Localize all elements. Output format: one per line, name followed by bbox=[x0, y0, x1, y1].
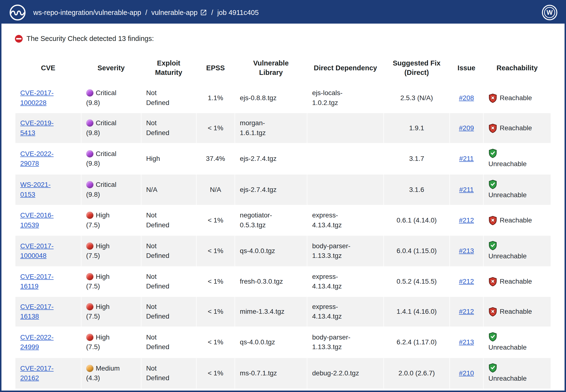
finding-row: CVE-2019-5413Critical(9.8)Not Defined< 1… bbox=[15, 113, 551, 143]
unreachable-shield-icon bbox=[488, 149, 497, 158]
cve-link[interactable]: CVE-2019-5413 bbox=[20, 118, 56, 138]
cell-epss: < 1% bbox=[196, 327, 235, 358]
breadcrumb-app-link[interactable]: vulnerable-app bbox=[151, 9, 207, 17]
severity-score: (7.5) bbox=[86, 282, 100, 290]
cell-suggested-fix: 2.5.3 (N/A) bbox=[384, 83, 450, 113]
exploit-maturity-value: N/A bbox=[146, 185, 157, 195]
breadcrumb-separator: / bbox=[145, 9, 147, 17]
severity-label: High bbox=[96, 242, 110, 250]
issue-link[interactable]: #212 bbox=[459, 308, 474, 315]
cell-exploit-maturity: N/A bbox=[141, 174, 196, 205]
table-header: CVESeverityExploit MaturityEPSSVulnerabl… bbox=[15, 53, 551, 83]
cell-exploit-maturity: Not Defined bbox=[141, 327, 196, 358]
severity-high-icon bbox=[86, 334, 93, 341]
cve-link[interactable]: CVE-2017-16138 bbox=[20, 302, 56, 322]
direct-dependency-value: express-4.13.4.tgz bbox=[312, 272, 364, 291]
cell-severity: Critical(9.8) bbox=[81, 83, 141, 113]
column-header-label: Exploit Maturity bbox=[151, 58, 187, 77]
direct-dependency-value: express-4.13.4.tgz bbox=[312, 302, 364, 322]
reachable-shield-icon bbox=[488, 216, 497, 225]
cve-link[interactable]: CVE-2017-1000048 bbox=[20, 241, 56, 261]
column-header-exploit-maturity: Exploit Maturity bbox=[141, 53, 196, 83]
severity-label: High bbox=[96, 303, 110, 310]
severity-label: Critical bbox=[96, 89, 117, 97]
cell-reachability: Unreachable bbox=[483, 358, 551, 389]
severity-score: (9.8) bbox=[86, 99, 100, 106]
cell-epss: 37.4% bbox=[196, 143, 235, 174]
severity-high-icon bbox=[86, 303, 93, 310]
mend-logo-icon bbox=[9, 4, 27, 21]
issue-link[interactable]: #212 bbox=[459, 216, 474, 224]
column-header-label: Issue bbox=[458, 63, 475, 73]
column-header-cve: CVE bbox=[15, 53, 81, 83]
severity-label: Medium bbox=[96, 364, 120, 372]
exploit-maturity-value: Not Defined bbox=[146, 333, 176, 352]
cell-direct-dependency: express-4.13.4.tgz bbox=[307, 205, 384, 235]
issue-link[interactable]: #211 bbox=[459, 155, 474, 162]
cell-severity: High(7.5) bbox=[81, 297, 141, 327]
cell-exploit-maturity: Not Defined bbox=[141, 83, 196, 113]
issue-link[interactable]: #208 bbox=[459, 94, 474, 102]
cve-link[interactable]: CVE-2017-16119 bbox=[20, 272, 56, 291]
severity-label: High bbox=[96, 273, 110, 280]
cve-link[interactable]: CVE-2022-29078 bbox=[20, 149, 56, 168]
unreachable-shield-icon bbox=[488, 180, 497, 189]
finding-row: CVE-2022-29078Critical(9.8)High37.4%ejs-… bbox=[15, 143, 551, 174]
breadcrumb: ws-repo-integration/vulnerable-app / vul… bbox=[33, 9, 535, 17]
cell-epss: < 1% bbox=[196, 205, 235, 235]
cve-link[interactable]: CVE-2017-20162 bbox=[20, 364, 56, 383]
severity-high-icon bbox=[86, 242, 93, 250]
finding-row: CVE-2017-16138High(7.5)Not Defined< 1%mi… bbox=[15, 297, 551, 327]
severity-score: (9.8) bbox=[86, 160, 100, 167]
direct-dependency-value: body-parser-1.13.3.tgz bbox=[312, 333, 364, 352]
table-body: CVE-2017-1000228Critical(9.8)Not Defined… bbox=[15, 83, 551, 389]
cell-vulnerable-library: morgan-1.6.1.tgz bbox=[235, 113, 307, 143]
reachable-shield-icon bbox=[488, 277, 497, 287]
issue-link[interactable]: #209 bbox=[459, 124, 474, 132]
top-nav: ws-repo-integration/vulnerable-app / vul… bbox=[1, 1, 565, 24]
column-header-suggested-fix-direct: Suggested Fix (Direct) bbox=[384, 53, 450, 83]
issue-link[interactable]: #213 bbox=[459, 338, 474, 346]
cell-suggested-fix: 2.0.0 (2.6.7) bbox=[384, 358, 450, 389]
finding-row: CVE-2016-10539High(7.5)Not Defined< 1%ne… bbox=[15, 205, 551, 235]
cell-direct-dependency bbox=[307, 143, 384, 174]
direct-dependency-value: debug-2.2.0.tgz bbox=[312, 368, 359, 378]
cell-epss: 1.1% bbox=[196, 83, 235, 113]
breadcrumb-job: job 4911c405 bbox=[217, 9, 259, 17]
issue-link[interactable]: #213 bbox=[459, 247, 474, 254]
cell-direct-dependency: ejs-locals-1.0.2.tgz bbox=[307, 83, 384, 113]
cell-exploit-maturity: Not Defined bbox=[141, 358, 196, 389]
cve-link[interactable]: CVE-2017-1000228 bbox=[20, 88, 56, 108]
issue-link[interactable]: #210 bbox=[459, 369, 474, 377]
cell-reachability: Unreachable bbox=[483, 327, 551, 358]
mend-logo[interactable] bbox=[9, 4, 27, 21]
severity-label: Critical bbox=[96, 150, 117, 157]
severity-critical-icon bbox=[86, 181, 93, 188]
issue-link[interactable]: #211 bbox=[459, 186, 474, 193]
cell-exploit-maturity: Not Defined bbox=[141, 236, 196, 266]
user-avatar-button[interactable]: W bbox=[542, 5, 557, 20]
cve-link[interactable]: WS-2021-0153 bbox=[20, 180, 56, 199]
cell-exploit-maturity: Not Defined bbox=[141, 297, 196, 327]
column-header-label: Direct Dependency bbox=[314, 63, 377, 73]
cell-issue: #211 bbox=[450, 143, 483, 174]
reachability-label: Unreachable bbox=[488, 160, 527, 168]
vulnerable-library-value: qs-4.0.0.tgz bbox=[240, 337, 275, 347]
cell-vulnerable-library: qs-4.0.0.tgz bbox=[235, 327, 307, 358]
breadcrumb-repo-link[interactable]: ws-repo-integration/vulnerable-app bbox=[33, 9, 141, 17]
cell-vulnerable-library: mime-1.3.4.tgz bbox=[235, 297, 307, 327]
unreachable-shield-icon bbox=[488, 363, 497, 373]
severity-label: High bbox=[96, 334, 110, 341]
issue-link[interactable]: #212 bbox=[459, 278, 474, 285]
cell-cve: CVE-2017-16138 bbox=[15, 297, 81, 327]
no-entry-icon bbox=[15, 35, 23, 43]
cell-exploit-maturity: High bbox=[141, 143, 196, 174]
vulnerable-library-value: ms-0.7.1.tgz bbox=[240, 368, 277, 378]
cve-link[interactable]: CVE-2016-10539 bbox=[20, 210, 56, 230]
cell-epss: N/A bbox=[196, 174, 235, 205]
reachability-label: Unreachable bbox=[488, 191, 527, 199]
cve-link[interactable]: CVE-2022-24999 bbox=[20, 333, 56, 352]
page-frame: ws-repo-integration/vulnerable-app / vul… bbox=[0, 0, 566, 392]
summary-text: The Security Check detected 13 findings: bbox=[27, 35, 154, 43]
severity-critical-icon bbox=[86, 119, 93, 127]
